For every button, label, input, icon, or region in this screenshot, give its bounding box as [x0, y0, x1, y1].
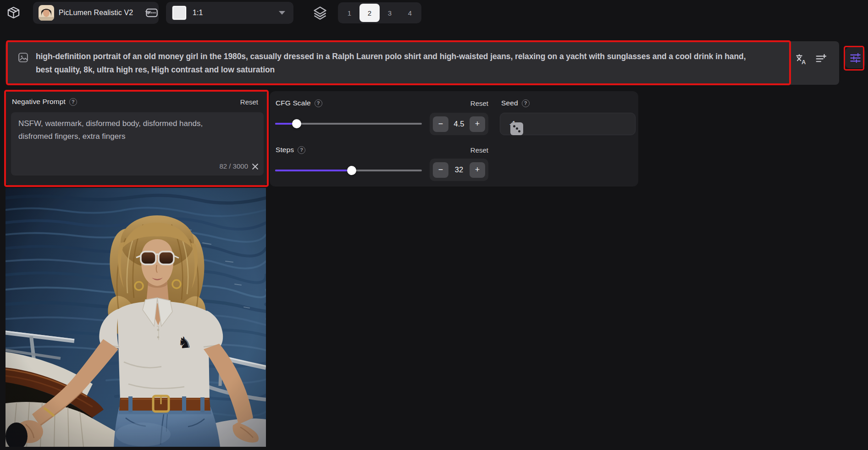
- steps-value: 32: [455, 165, 463, 174]
- batch-option-4[interactable]: 4: [400, 4, 420, 22]
- cfg-scale-label: CFG Scale ?: [276, 99, 322, 107]
- prompt-input-bar[interactable]: high-definition portrait of an old money…: [6, 41, 839, 85]
- translate-icon[interactable]: A: [793, 51, 809, 67]
- steps-stepper: − 32 +: [430, 159, 488, 181]
- batch-count-segment: 1 2 3 4: [338, 2, 421, 23]
- steps-decrement-button[interactable]: −: [433, 162, 448, 178]
- cfg-increment-button[interactable]: +: [470, 116, 485, 132]
- help-icon[interactable]: ?: [315, 99, 322, 107]
- cfg-value: 4.5: [454, 120, 464, 128]
- negative-prompt-panel: Negative Prompt ? Reset NSFW, watermark,…: [6, 91, 267, 185]
- clear-negative-icon[interactable]: [250, 161, 260, 171]
- seed-label: Seed ?: [501, 99, 530, 107]
- help-icon[interactable]: ?: [69, 98, 77, 106]
- negative-prompt-text: NSFW, watermark, disformed body, disform…: [18, 117, 234, 143]
- aspect-ratio-selector[interactable]: 1:1: [166, 2, 293, 24]
- cfg-decrement-button[interactable]: −: [433, 116, 448, 132]
- model-avatar: [39, 5, 54, 21]
- prompt-enhance-icon[interactable]: [813, 51, 829, 67]
- model-selector[interactable]: PicLumen Realistic V2: [33, 2, 159, 24]
- generated-image[interactable]: ♞: [6, 188, 266, 447]
- model-selector-label: PicLumen Realistic V2: [59, 9, 133, 17]
- steps-label: Steps ?: [276, 146, 305, 154]
- batch-option-1[interactable]: 1: [339, 4, 359, 22]
- steps-increment-button[interactable]: +: [470, 162, 485, 178]
- cfg-reset-button[interactable]: Reset: [470, 99, 488, 107]
- steps-reset-button[interactable]: Reset: [470, 146, 488, 154]
- cfg-stepper: − 4.5 +: [430, 113, 488, 135]
- char-counter: 82 / 3000: [219, 162, 248, 170]
- prompt-text[interactable]: high-definition portrait of an old money…: [36, 50, 788, 77]
- cfg-slider[interactable]: [275, 123, 422, 125]
- dice-icon[interactable]: [510, 122, 523, 135]
- layers-icon[interactable]: [311, 4, 329, 22]
- help-icon[interactable]: ?: [522, 99, 530, 107]
- image-dimensions-icon[interactable]: [144, 5, 160, 21]
- aspect-square-icon: [172, 6, 186, 20]
- help-icon[interactable]: ?: [298, 146, 305, 154]
- parameters-panel: CFG Scale ? Reset − 4.5 + Seed ? -1 Step…: [270, 91, 638, 187]
- seed-input[interactable]: -1: [500, 113, 636, 135]
- logo-cube-icon[interactable]: [5, 4, 22, 21]
- batch-option-2-selected[interactable]: 2: [359, 4, 380, 22]
- advanced-settings-button[interactable]: [845, 47, 865, 68]
- cfg-slider-thumb[interactable]: [292, 119, 301, 128]
- steps-slider[interactable]: [275, 170, 422, 171]
- svg-text:A: A: [802, 58, 806, 65]
- negative-prompt-textarea[interactable]: NSFW, watermark, disformed body, disform…: [11, 112, 264, 176]
- negative-prompt-reset-button[interactable]: Reset: [240, 98, 258, 106]
- negative-prompt-label: Negative Prompt ?: [12, 98, 77, 106]
- batch-option-3[interactable]: 3: [380, 4, 400, 22]
- image-icon: [17, 52, 29, 63]
- aspect-ratio-label: 1:1: [193, 9, 203, 17]
- steps-slider-thumb[interactable]: [347, 166, 356, 175]
- app-window: PicLumen Realistic V2 1:1 1 2 3 4: [0, 0, 868, 450]
- chevron-down-icon: [279, 11, 285, 15]
